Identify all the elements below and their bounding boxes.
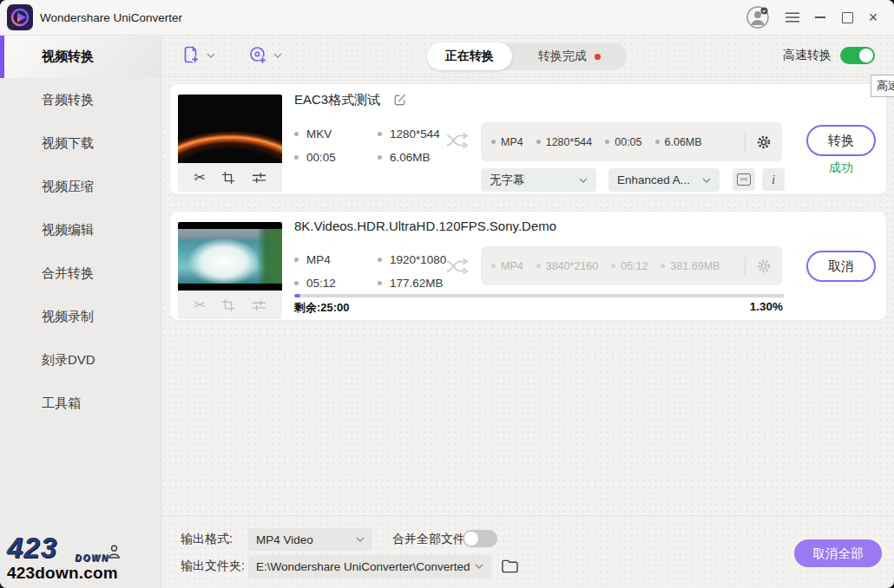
rename-button[interactable] [392, 93, 407, 108]
source-size: 177.62MB [390, 277, 444, 290]
output-format: MP4 [501, 260, 523, 272]
tab-converting[interactable]: 正在转换 [427, 42, 512, 70]
minimize-icon [815, 16, 825, 18]
footer-bar: 输出格式: MP4 Video 合并全部文件 输出文件夹: E:\Wonders… [161, 515, 894, 588]
watermark-logo: 423DOWN 423down.com [7, 533, 109, 581]
shuffle-icon [446, 131, 469, 150]
output-size: 6.06MB [665, 136, 702, 148]
bullet-icon [378, 132, 382, 136]
person-icon[interactable] [108, 545, 121, 562]
merge-toggle[interactable] [463, 530, 497, 547]
audio-select-value: Enhanced A... [617, 173, 690, 186]
subtitle-select-value: 无字幕 [490, 173, 525, 188]
cancel-all-label: 取消全部 [813, 546, 864, 562]
sidebar-item-toolbox[interactable]: 工具箱 [0, 382, 161, 425]
sidebar-item-dvd-burner[interactable]: 刻录DVD [0, 338, 161, 382]
sidebar-item-merge-converter[interactable]: 合并转换 [0, 252, 161, 295]
close-icon: × [869, 10, 878, 25]
sidebar-item-label: 视频压缩 [42, 179, 94, 193]
minimize-button[interactable] [809, 0, 832, 35]
video-thumbnail: ✂ [178, 95, 282, 192]
audio-enhance-select[interactable]: Enhanced A... [608, 168, 720, 192]
output-format-label: 输出格式: [181, 532, 233, 547]
output-format-value: MP4 Video [256, 533, 313, 546]
sidebar-item-label: 工具箱 [42, 395, 81, 410]
high-speed-label: 高速转换 [783, 48, 832, 63]
sidebar-item-video-downloader[interactable]: 视频下载 [0, 121, 161, 165]
trim-button: ✂ [194, 298, 205, 312]
bullet-icon [294, 281, 299, 285]
bullet-icon [536, 264, 541, 268]
thumbnail-toolbar: ✂ [178, 163, 282, 192]
convert-button[interactable]: 转换 [806, 125, 876, 156]
subtitle-select[interactable]: 无字幕 [481, 168, 596, 192]
settings-button[interactable] [756, 134, 772, 150]
chevron-down-icon [579, 178, 588, 183]
sidebar-item-video-compressor[interactable]: 视频压缩 [0, 165, 161, 208]
bullet-icon [605, 140, 609, 144]
divider [745, 133, 746, 152]
chevron-down-icon [702, 178, 711, 183]
fit-icon: >< [737, 173, 750, 186]
sidebar-item-video-converter[interactable]: 视频转换 [0, 35, 161, 78]
output-format-select[interactable]: MP4 Video [248, 528, 372, 551]
thumbnail-image [178, 95, 282, 163]
chevron-down-icon [356, 537, 365, 542]
bullet-icon [378, 258, 382, 262]
cancel-button[interactable]: 取消 [806, 251, 876, 282]
maximize-button[interactable] [836, 0, 858, 35]
tab-finished[interactable]: 转换完成 [512, 49, 627, 64]
app-logo [7, 4, 33, 30]
output-duration: 05:12 [621, 260, 647, 272]
settings-button [756, 258, 772, 274]
window-title: Wondershare UniConverter [40, 11, 182, 24]
effects-button[interactable] [252, 172, 266, 184]
tab-label: 转换完成 [538, 49, 587, 64]
task-title: EAC3格式测试 [294, 92, 380, 108]
sidebar-item-label: 视频录制 [42, 309, 94, 323]
toggle-knob [464, 532, 478, 546]
sidebar-item-label: 视频转换 [42, 49, 94, 63]
browse-folder-button[interactable] [502, 559, 518, 573]
close-button[interactable]: × [862, 0, 884, 35]
sidebar-item-video-editor[interactable]: 视频编辑 [0, 208, 161, 252]
source-info: MKV 1280*544 00:05 6.06MB [294, 122, 440, 169]
output-folder-select[interactable]: E:\Wondershare UniConverter\Converted [248, 555, 491, 578]
fit-button[interactable]: >< [733, 168, 755, 191]
add-dvd-button[interactable] [248, 45, 282, 66]
sidebar-item-label: 视频编辑 [42, 222, 94, 237]
source-resolution: 1280*544 [390, 127, 440, 140]
cancel-button-label: 取消 [828, 258, 854, 275]
account-avatar-icon[interactable] [745, 0, 771, 35]
bullet-icon [294, 258, 299, 262]
output-info-box: MP4 1280*544 00:05 6.06MB [481, 122, 782, 161]
toggle-knob [859, 49, 873, 62]
bullet-icon [294, 132, 299, 136]
crop-button[interactable] [221, 171, 235, 185]
tab-bar: 正在转换 转换完成 [427, 42, 627, 70]
time-remaining: 剩余:25:00 [294, 300, 350, 316]
high-speed-toggle[interactable] [840, 47, 875, 64]
progress-fill [294, 294, 300, 297]
merge-all-label: 合并全部文件 [392, 532, 465, 547]
source-resolution: 1920*1080 [390, 253, 446, 266]
info-button[interactable]: i [762, 168, 785, 191]
status-success: 成功 [806, 160, 876, 176]
trim-button[interactable]: ✂ [194, 171, 205, 185]
add-file-button[interactable] [181, 45, 215, 66]
sidebar-item-label: 音频转换 [42, 92, 94, 107]
cancel-all-button[interactable]: 取消全部 [794, 539, 882, 567]
tooltip: 高速 [871, 75, 894, 97]
output-format: MP4 [501, 136, 523, 148]
source-size: 6.06MB [390, 151, 431, 164]
info-icon: i [772, 173, 775, 187]
sidebar-item-audio-converter[interactable]: 音频转换 [0, 78, 161, 121]
folder-icon [502, 559, 518, 573]
sidebar-item-label: 合并转换 [42, 265, 94, 280]
menu-icon[interactable] [781, 0, 804, 35]
notification-dot [595, 54, 601, 60]
progress-percent: 1.30% [656, 300, 783, 313]
source-format: MP4 [306, 253, 331, 266]
thumbnail-image [178, 222, 282, 291]
sidebar-item-screen-recorder[interactable]: 视频录制 [0, 295, 161, 338]
